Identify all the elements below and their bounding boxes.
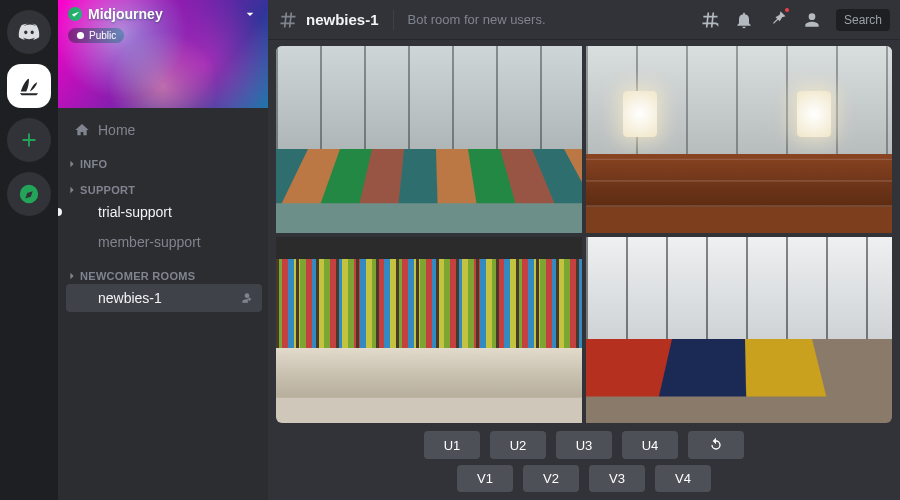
channel-sidebar: Midjourney Public Home INFO SUPPORT bbox=[58, 0, 268, 500]
search-input[interactable]: Search bbox=[836, 9, 890, 31]
channel-member-support[interactable]: member-support bbox=[66, 228, 262, 256]
channel-newbies-1[interactable]: newbies-1 bbox=[66, 284, 262, 312]
image-3 bbox=[276, 237, 582, 424]
verified-icon bbox=[68, 7, 82, 21]
compass-icon bbox=[18, 183, 40, 205]
u4-button[interactable]: U4 bbox=[622, 431, 678, 459]
reroll-button[interactable] bbox=[688, 431, 744, 459]
main-column: newbies-1 Bot room for new users. Search bbox=[268, 0, 900, 500]
server-rail bbox=[0, 0, 58, 500]
explore-button[interactable] bbox=[7, 172, 51, 216]
dm-button[interactable] bbox=[7, 10, 51, 54]
refresh-icon bbox=[708, 437, 724, 453]
upscale-row: U1 U2 U3 U4 bbox=[424, 431, 744, 459]
channel-label: member-support bbox=[98, 234, 201, 250]
invite-icon[interactable] bbox=[240, 291, 254, 305]
channel-trial-support[interactable]: trial-support bbox=[66, 198, 262, 226]
chevron-down-icon bbox=[242, 6, 258, 22]
plus-icon bbox=[18, 129, 40, 151]
public-badge: Public bbox=[68, 28, 124, 43]
hash-icon bbox=[74, 204, 90, 220]
chevron-right-icon bbox=[68, 186, 76, 194]
discord-icon bbox=[18, 21, 40, 43]
image-4 bbox=[586, 237, 892, 424]
server-midjourney[interactable] bbox=[7, 64, 51, 108]
app-root: Midjourney Public Home INFO SUPPORT bbox=[0, 0, 900, 500]
chevron-right-icon bbox=[68, 160, 76, 168]
bell-icon[interactable] bbox=[734, 10, 754, 30]
action-buttons: U1 U2 U3 U4 V1 V2 V3 V4 bbox=[276, 431, 892, 492]
u1-button[interactable]: U1 bbox=[424, 431, 480, 459]
channel-title: newbies-1 bbox=[306, 11, 379, 28]
category-label: SUPPORT bbox=[80, 184, 135, 196]
hash-icon bbox=[278, 10, 298, 30]
image-1 bbox=[276, 46, 582, 233]
channel-header: newbies-1 Bot room for new users. Search bbox=[268, 0, 900, 40]
category-newcomer[interactable]: NEWCOMER ROOMS bbox=[66, 270, 262, 282]
category-label: NEWCOMER ROOMS bbox=[80, 270, 195, 282]
server-name-label: Midjourney bbox=[88, 6, 163, 22]
add-server-button[interactable] bbox=[7, 118, 51, 162]
u3-button[interactable]: U3 bbox=[556, 431, 612, 459]
u2-button[interactable]: U2 bbox=[490, 431, 546, 459]
category-support[interactable]: SUPPORT bbox=[66, 184, 262, 196]
v4-button[interactable]: V4 bbox=[655, 465, 711, 492]
hash-icon bbox=[74, 290, 90, 306]
message-content: U1 U2 U3 U4 V1 V2 V3 V4 bbox=[268, 40, 900, 500]
home-label: Home bbox=[98, 122, 135, 138]
channel-label: trial-support bbox=[98, 204, 172, 220]
pin-button[interactable] bbox=[768, 8, 788, 32]
home-icon bbox=[74, 122, 90, 138]
variation-row: V1 V2 V3 V4 bbox=[457, 465, 711, 492]
threads-icon[interactable] bbox=[700, 10, 720, 30]
chevron-right-icon bbox=[68, 272, 76, 280]
channel-label: newbies-1 bbox=[98, 290, 162, 306]
public-label: Public bbox=[89, 30, 116, 41]
v2-button[interactable]: V2 bbox=[523, 465, 579, 492]
header-actions: Search bbox=[700, 8, 890, 32]
category-label: INFO bbox=[80, 158, 107, 170]
channel-list: Home INFO SUPPORT trial-support member-s… bbox=[58, 108, 268, 500]
svg-point-0 bbox=[77, 32, 84, 39]
server-header[interactable]: Midjourney bbox=[68, 6, 258, 22]
divider bbox=[393, 10, 394, 30]
image-grid[interactable] bbox=[276, 46, 892, 423]
channel-topic: Bot room for new users. bbox=[408, 12, 692, 27]
notification-dot bbox=[783, 6, 791, 14]
v1-button[interactable]: V1 bbox=[457, 465, 513, 492]
category-info[interactable]: INFO bbox=[66, 158, 262, 170]
sidebar-home[interactable]: Home bbox=[66, 116, 262, 144]
server-banner: Midjourney Public bbox=[58, 0, 268, 108]
v3-button[interactable]: V3 bbox=[589, 465, 645, 492]
members-icon[interactable] bbox=[802, 10, 822, 30]
sailboat-icon bbox=[18, 75, 40, 97]
hash-lock-icon bbox=[74, 234, 90, 250]
image-2 bbox=[586, 46, 892, 233]
